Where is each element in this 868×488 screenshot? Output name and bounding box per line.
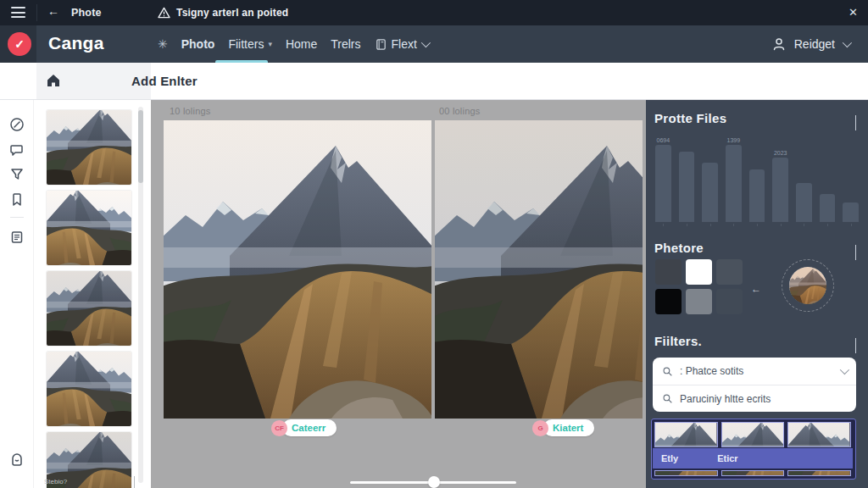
left-image-label: 10 lolings [170,106,210,116]
profile-bar-chart: 0694 1399 2023 [655,137,859,222]
chevron-down-icon [843,38,852,47]
divider [36,4,37,21]
preset-thumb-row [654,422,851,447]
right-canvas-image[interactable] [435,120,643,419]
photo-thumbnail-panel: Stebio? [34,100,151,488]
preset-thumbnail-slice [721,470,785,476]
filter-search-secondary-label: Paruciniy hltte ecrits [680,393,771,405]
color-swatch[interactable] [716,289,743,314]
chevron-down-icon [421,38,431,47]
chart-bar [820,137,836,222]
photo-thumbnail[interactable] [47,271,131,346]
nav-item-trails[interactable]: Trelrs [331,37,360,51]
color-swatch[interactable] [686,289,712,314]
alert-banner: Tsigny arterl an poited [158,0,288,25]
filter-search-box: : Phatce sotits Paruciniy hltte ecrits [653,358,856,412]
close-icon[interactable]: ✕ [849,6,858,19]
chat-bubble-icon[interactable] [9,142,25,158]
color-swatch[interactable] [686,259,712,285]
preset-thumbnail[interactable] [787,422,851,447]
right-image-badge[interactable]: G Kiatert [532,419,594,436]
nav-item-flext[interactable]: Flext [375,37,428,51]
slider-handle[interactable] [428,476,440,488]
scrollbar-thumb[interactable] [138,110,143,183]
notes-document-icon[interactable] [9,230,25,245]
swatch-grid [655,259,743,314]
preset-label-1[interactable]: Etly [661,453,678,463]
window-title: Phote [71,7,102,19]
color-swatch[interactable] [655,289,682,314]
filter-search-input[interactable]: Paruciniy hltte ecrits [653,385,856,412]
chevron-down-icon[interactable] [855,338,856,353]
filter-search-select[interactable]: : Phatce sotits [653,358,856,385]
search-icon [662,393,673,404]
nav-item-filters[interactable]: Fiitters ▾ [228,37,272,51]
zoom-slider[interactable] [350,476,516,488]
scrollbar-track[interactable] [138,107,143,483]
book-icon [375,38,387,51]
photo-thumbnail[interactable] [47,110,131,185]
nav-item-flext-label: Flext [392,37,417,51]
chart-bar [749,137,765,222]
color-swatch[interactable] [655,259,682,285]
thumbnail-footer-note: Stebio? [44,478,67,485]
preset-thumbnail[interactable] [721,422,785,447]
tool-rail [0,100,34,488]
preset-label-bar: Etly Eticr [653,448,853,469]
photos-section-title: Phetore [654,241,704,255]
badge-label: Cateerr [282,419,337,436]
preset-thumbnail-slice [654,470,718,476]
chevron-down-icon[interactable] [134,476,135,488]
chart-bar: 1399 [726,137,742,222]
left-canvas-image[interactable] [164,120,431,419]
photo-thumbnail[interactable] [47,191,131,265]
left-image-badge[interactable]: CF Cateerr [271,419,337,436]
thumbnail-list [47,110,131,488]
account-menu[interactable]: Reidget [771,25,849,63]
warning-triangle-icon [158,7,170,19]
panel-title: Add Enlter [131,74,198,88]
preset-thumbnail-slice [787,470,851,476]
hamburger-menu-icon[interactable] [11,7,25,18]
main-nav: ✳ Photo Fiitters ▾ Home Trelrs Flext [158,25,428,63]
chevron-down-icon[interactable] [855,115,856,130]
profile-section-title: Protte Files [654,111,726,125]
paint-bucket-icon[interactable] [9,452,25,468]
back-arrow-icon[interactable]: ← [47,4,59,18]
account-label: Reidget [794,37,835,51]
filter-search-primary-label: : Phatce sotits [680,365,743,377]
chart-axis-ticks [655,224,859,226]
brand-check-icon[interactable]: ✓ [8,32,31,56]
divider [10,217,24,218]
filters-section-title: Fiilters. [654,334,702,348]
badge-avatar: CF [271,420,287,436]
properties-panel: Protte Files 0694 1399 2023 Phetore ← Fi… [646,100,868,488]
nav-item-home[interactable]: Home [286,37,317,51]
right-image-label: 00 lolings [439,106,480,116]
nav-item-filters-label: Fiitters [228,37,264,51]
app-window: ← Phote Tsigny arterl an poited ✕ ✓ Cang… [0,0,868,488]
chevron-down-icon[interactable] [855,245,856,260]
avatar-tint [789,267,826,304]
chevron-down-icon: ▾ [268,40,272,48]
search-icon [662,366,673,377]
chart-bar [796,137,812,222]
chart-bar [843,137,859,222]
bookmark-flag-icon[interactable] [9,191,25,207]
back-arrow-icon[interactable]: ← [751,283,761,295]
color-swatch[interactable] [716,259,743,285]
filter-funnel-icon[interactable] [9,167,25,182]
chart-bar: 0694 [655,137,671,222]
app-logo[interactable]: Canga [48,33,104,53]
chart-bar [679,137,695,222]
chevron-down-icon [840,365,849,374]
home-icon[interactable] [45,72,62,89]
photo-avatar[interactable] [789,267,826,304]
photo-thumbnail[interactable] [47,352,131,426]
nav-item-photo[interactable]: Photo [181,37,215,51]
preset-slice-row [654,470,851,476]
preset-label-2[interactable]: Eticr [717,453,737,463]
pen-icon[interactable] [9,117,25,132]
apps-grid-icon[interactable]: ✳ [158,37,168,51]
preset-thumbnail[interactable] [654,422,718,447]
